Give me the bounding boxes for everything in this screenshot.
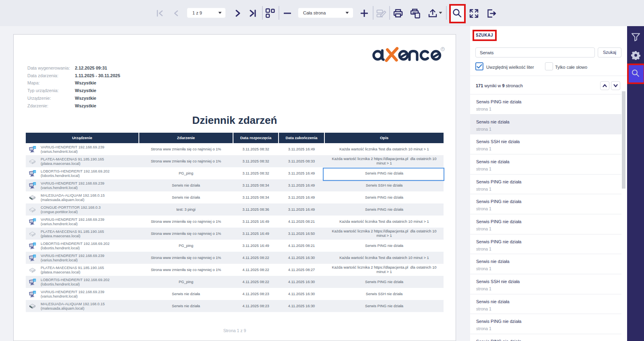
svg-text:10: 10 [33, 219, 36, 221]
svg-text:10: 10 [33, 183, 36, 185]
svg-text:10: 10 [33, 170, 36, 173]
svg-text:10: 10 [33, 255, 36, 257]
svg-text:10: 10 [33, 243, 36, 245]
svg-text:10: 10 [33, 291, 36, 293]
svg-text:10: 10 [33, 146, 36, 148]
svg-text:10: 10 [33, 279, 36, 281]
